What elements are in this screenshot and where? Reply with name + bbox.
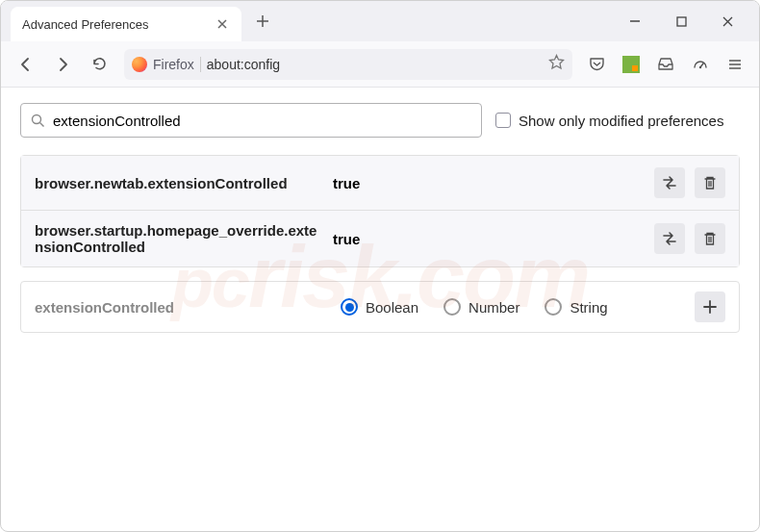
- new-pref-name: extensionControlled: [35, 299, 323, 316]
- search-icon: [31, 114, 45, 128]
- titlebar: Advanced Preferences: [1, 1, 759, 41]
- url-text: about:config: [207, 57, 543, 72]
- extension-icon[interactable]: [617, 50, 646, 79]
- forward-button[interactable]: [47, 49, 78, 80]
- new-pref-row: extensionControlled Boolean Number Strin…: [20, 281, 740, 333]
- tab-title: Advanced Preferences: [22, 17, 207, 32]
- type-radio-group: Boolean Number String: [341, 298, 677, 316]
- table-row: browser.newtab.extensionControlled true: [21, 156, 739, 210]
- radio-label: String: [570, 299, 607, 316]
- search-box[interactable]: [20, 103, 482, 138]
- svg-point-1: [699, 65, 701, 67]
- show-modified-checkbox-wrap[interactable]: Show only modified preferences: [495, 113, 723, 129]
- radio-label: Boolean: [366, 299, 418, 316]
- back-button[interactable]: [11, 49, 41, 80]
- toggle-button[interactable]: [654, 223, 685, 254]
- url-bar[interactable]: Firefox about:config: [124, 49, 572, 80]
- svg-point-2: [33, 114, 41, 123]
- reload-button[interactable]: [84, 49, 114, 80]
- pref-name: browser.newtab.extensionControlled: [35, 175, 323, 191]
- radio-boolean[interactable]: Boolean: [341, 298, 418, 316]
- inbox-icon[interactable]: [651, 50, 680, 79]
- radio-number[interactable]: Number: [443, 298, 519, 316]
- show-modified-label: Show only modified preferences: [519, 113, 723, 129]
- urlbar-context-label: Firefox: [153, 57, 201, 72]
- menu-button[interactable]: [721, 50, 749, 79]
- radio-icon: [443, 298, 461, 316]
- window-close-button[interactable]: [713, 7, 742, 36]
- svg-rect-0: [677, 17, 686, 26]
- minimize-button[interactable]: [621, 7, 649, 36]
- bookmark-star-icon[interactable]: [548, 54, 565, 74]
- radio-string[interactable]: String: [545, 298, 607, 316]
- search-row: Show only modified preferences: [20, 103, 740, 138]
- search-input[interactable]: [53, 113, 471, 129]
- pref-name: browser.startup.homepage_override.extens…: [35, 222, 323, 255]
- maximize-button[interactable]: [667, 7, 696, 36]
- window-controls: [621, 7, 759, 36]
- tab-close-button[interactable]: [215, 16, 230, 32]
- delete-button[interactable]: [695, 223, 725, 254]
- results-table: browser.newtab.extensionControlled true …: [20, 155, 740, 267]
- delete-button[interactable]: [695, 167, 725, 198]
- pocket-icon[interactable]: [582, 50, 611, 79]
- table-row: browser.startup.homepage_override.extens…: [21, 210, 739, 266]
- radio-icon: [341, 298, 358, 316]
- pref-value: true: [333, 175, 645, 191]
- radio-icon: [545, 298, 562, 316]
- pref-value: true: [333, 231, 645, 247]
- dashboard-icon[interactable]: [686, 50, 715, 79]
- radio-label: Number: [469, 299, 519, 316]
- content-area: Show only modified preferences browser.n…: [1, 88, 759, 348]
- browser-tab[interactable]: Advanced Preferences: [11, 7, 241, 41]
- show-modified-checkbox[interactable]: [495, 113, 511, 128]
- firefox-icon: [132, 57, 147, 72]
- toggle-button[interactable]: [654, 167, 685, 198]
- new-tab-button[interactable]: [249, 8, 276, 35]
- add-pref-button[interactable]: [695, 291, 725, 322]
- toolbar: Firefox about:config: [1, 41, 759, 88]
